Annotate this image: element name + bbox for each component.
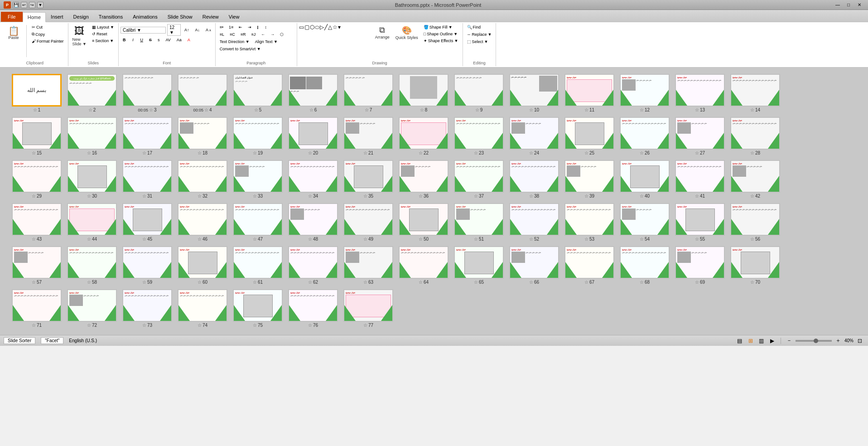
- section-button[interactable]: ≡ Section ▼: [90, 38, 116, 44]
- view-normal-btn[interactable]: ▤: [735, 337, 744, 344]
- quick-styles-button[interactable]: 🎨 Quick Styles: [393, 24, 420, 41]
- italic-button[interactable]: I: [129, 37, 136, 43]
- bullets-btn[interactable]: ≡•: [217, 24, 226, 30]
- list-item[interactable]: عنوان موضوع متن متن متن متن متن ☆24: [509, 117, 559, 155]
- list-item[interactable]: عنوان موضوع☆25: [564, 117, 614, 155]
- slide-thumbnail[interactable]: بسم الله: [12, 74, 62, 107]
- text-direction-btn[interactable]: Text Direction ▼: [217, 39, 252, 45]
- clear-format-btn[interactable]: Ax: [203, 27, 213, 33]
- slide-thumbnail[interactable]: عنوان موضوعمتن متن متن متن متن متن متن م…: [67, 246, 117, 279]
- shape-rect[interactable]: ▭: [299, 24, 304, 30]
- slide-thumbnail[interactable]: عنوان موضوع متن متن متن متن متن: [509, 246, 559, 279]
- list-item[interactable]: عنوان موضوع☆60: [178, 246, 227, 285]
- strikethrough-button[interactable]: S: [147, 37, 154, 43]
- list-item[interactable]: عنوان موضوع☆44: [67, 203, 117, 242]
- slide-thumbnail[interactable]: عنوان موضوع متن متن متن متن متن: [343, 246, 393, 279]
- slide-thumbnail[interactable]: عنوان موضوعمتن متن متن متن متن متن متن م…: [620, 117, 670, 150]
- shape-star[interactable]: ☆: [333, 24, 338, 30]
- bold-button[interactable]: B: [121, 37, 128, 43]
- list-item[interactable]: عنوان موضوعمتن متن متن متن متن متن متن م…: [178, 160, 227, 199]
- slide-thumbnail[interactable]: اقتل شطرة بلوگ پاور پوینت @PptBankمتن مت…: [67, 74, 117, 107]
- list-item[interactable]: عنوان موضوع☆75: [233, 289, 283, 328]
- list-item[interactable]: عنوان موضوع☆65: [454, 246, 504, 285]
- list-item[interactable]: عنوان موضوعمتن متن متن متن متن متن متن م…: [399, 246, 448, 285]
- slide-thumbnail[interactable]: عنوان موضوع متن متن متن متن متن: [509, 117, 559, 150]
- select-button[interactable]: ⬚ Select ▼: [465, 39, 491, 45]
- decrease-font-btn[interactable]: A↓: [193, 27, 202, 33]
- slide-thumbnail[interactable]: عنوان موضوع: [399, 117, 448, 150]
- shape-outline-button[interactable]: □ Shape Outline ▼: [421, 31, 461, 37]
- slide-thumbnail[interactable]: عنوان موضوعمتن متن متن متن متن متن متن م…: [288, 289, 338, 322]
- list-item[interactable]: عنوان موضوعمتن متن متن متن متن متن متن م…: [509, 160, 559, 199]
- align-center-btn[interactable]: ≡C: [227, 31, 237, 38]
- slide-thumbnail[interactable]: عنوان موضوع متن متن متن متن متن: [675, 117, 725, 150]
- slide-thumbnail[interactable]: عنوان موضوعمتن متن متن متن متن متن متن م…: [178, 289, 227, 322]
- shape-rounded[interactable]: ▢: [304, 24, 309, 30]
- ltr-btn[interactable]: →: [268, 31, 277, 38]
- align-text-btn[interactable]: Align Text ▼: [253, 39, 280, 45]
- list-item[interactable]: عنوان موضوعمتن متن متن متن متن متن متن م…: [620, 246, 670, 285]
- shape-line[interactable]: ╱: [324, 24, 328, 30]
- view-slide-sorter-btn[interactable]: ⊞: [746, 337, 755, 344]
- list-item[interactable]: عنوان موضوع متن متن متن متن متن ☆54: [620, 203, 670, 242]
- increase-font-btn[interactable]: A↑: [182, 27, 192, 33]
- slide-thumbnail[interactable]: عنوان موضوع: [730, 246, 780, 279]
- list-item[interactable]: ☆8: [399, 74, 448, 112]
- list-item[interactable]: عنوان موضوعمتن متن متن متن متن متن متن م…: [454, 160, 504, 199]
- slide-thumbnail[interactable]: متن متن متن: [288, 74, 338, 107]
- list-item[interactable]: عنوان موضوعمتن متن متن متن متن متن متن م…: [288, 289, 338, 328]
- list-item[interactable]: عنوان موضوعمتن متن متن متن متن متن متن م…: [288, 160, 338, 199]
- list-item[interactable]: عنوان موضوع☆15: [12, 117, 62, 155]
- list-item[interactable]: عنوان موضوعمتن متن متن متن متن متن متن م…: [67, 246, 117, 285]
- shape-more[interactable]: ▾: [338, 24, 341, 30]
- slide-thumbnail[interactable]: عنوان موضوع متن متن متن متن متن: [620, 74, 670, 107]
- slide-thumbnail[interactable]: عنوان موضوع: [288, 117, 338, 150]
- slide-thumbnail[interactable]: عنوان موضوعمتن متن متن متن متن متن متن م…: [620, 246, 670, 279]
- list-item[interactable]: عنوان موضوعمتن متن متن متن متن متن متن م…: [564, 203, 614, 242]
- slide-thumbnail[interactable]: عنوان موضوع: [233, 289, 283, 322]
- slide-thumbnail[interactable]: عنوان موضوعمتن متن متن متن متن متن متن م…: [675, 160, 725, 193]
- redo-btn[interactable]: ↪: [29, 2, 35, 8]
- slide-thumbnail[interactable]: عنوان موضوعمتن متن متن متن متن متن متن م…: [122, 160, 172, 193]
- shape-arrow[interactable]: ▷: [320, 24, 324, 30]
- slide-thumbnail[interactable]: عنوان موضوعمتن متن متن متن متن متن متن م…: [178, 203, 227, 236]
- paste-button[interactable]: 📋 Paste: [4, 24, 24, 42]
- convert-smartart-btn[interactable]: Convert to SmartArt ▼: [217, 46, 263, 52]
- font-family-dropdown[interactable]: Calibri ▼: [121, 27, 166, 34]
- list-item[interactable]: متن متن متن متن متن متن00:05☆4: [178, 74, 227, 112]
- shadow-button[interactable]: s: [155, 37, 162, 43]
- align-right-btn[interactable]: ≡R: [238, 31, 248, 38]
- cols-btn[interactable]: ⫿: [255, 24, 261, 30]
- shape-triangle[interactable]: △: [328, 24, 332, 30]
- rtl-btn[interactable]: ←: [259, 31, 267, 38]
- list-item[interactable]: عنوان موضوع☆20: [288, 117, 338, 155]
- slide-thumbnail[interactable]: عنوان موضوعمتن متن متن متن متن متن متن م…: [730, 74, 780, 107]
- list-item[interactable]: عنوان موضوع متن متن متن متن متن ☆66: [509, 246, 559, 285]
- list-item[interactable]: عنوان موضوع☆50: [399, 203, 448, 242]
- slide-thumbnail[interactable]: عنوان موضوعمتن متن متن متن متن متن متن م…: [730, 203, 780, 236]
- maximize-btn[interactable]: □: [844, 1, 854, 9]
- list-item[interactable]: عنوان موضوع☆11: [564, 74, 614, 112]
- tab-transitions[interactable]: Transitions: [94, 12, 128, 22]
- slide-thumbnail[interactable]: عنوان موضوعمتن متن متن متن متن متن متن م…: [12, 160, 62, 193]
- slide-sorter-tab[interactable]: Slide Sorter: [4, 337, 35, 344]
- slide-thumbnail[interactable]: عنوان موضوعمتن متن متن متن متن متن متن م…: [509, 160, 559, 193]
- increase-indent-btn[interactable]: ⇥: [246, 24, 254, 30]
- slide-thumbnail[interactable]: عنوان موضوع: [564, 117, 614, 150]
- tab-design[interactable]: Design: [68, 12, 94, 22]
- tab-view[interactable]: View: [224, 12, 245, 22]
- slide-thumbnail[interactable]: عنوان موضوع متن متن متن متن متن: [730, 160, 780, 193]
- slide-thumbnail[interactable]: عنوان موضوع متن متن متن متن متن: [288, 203, 338, 236]
- list-item[interactable]: عنوان موضوعمتن متن متن متن متن متن متن م…: [454, 117, 504, 155]
- slide-thumbnail[interactable]: عنوان موضوعمتن متن متن متن متن متن متن م…: [454, 160, 504, 193]
- slide-thumbnail[interactable]: عنوان موضوع: [12, 117, 62, 150]
- list-item[interactable]: عنوان موضوع متن متن متن متن متن ☆48: [288, 203, 338, 242]
- list-item[interactable]: عنوان موضوعمتن متن متن متن متن متن متن م…: [730, 74, 780, 112]
- slide-thumbnail[interactable]: عنوان موضوعمتن متن متن متن متن متن متن م…: [564, 203, 614, 236]
- list-item[interactable]: عنوان موضوع☆35: [343, 160, 393, 199]
- shape-diamond[interactable]: ⬡: [310, 24, 314, 30]
- slide-thumbnail[interactable]: عنوان موضوعمتن متن متن متن متن متن متن م…: [675, 74, 725, 107]
- zoom-slider[interactable]: [796, 340, 832, 342]
- slide-thumbnail[interactable]: عنوان موضوع: [343, 289, 393, 322]
- tab-review[interactable]: Review: [198, 12, 224, 22]
